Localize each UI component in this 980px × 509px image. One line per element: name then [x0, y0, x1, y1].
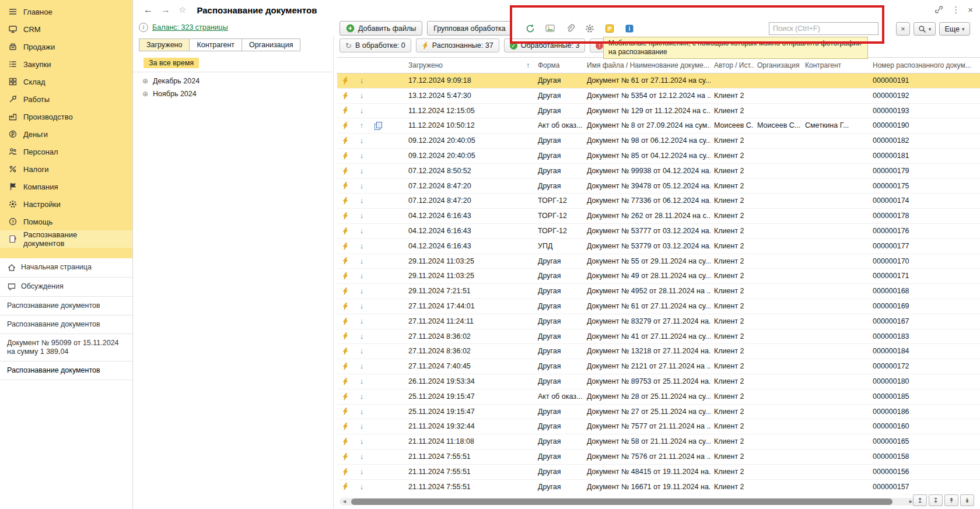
scroll-left-icon[interactable]: ◄: [342, 498, 347, 506]
scrollbar-thumb[interactable]: [351, 499, 892, 505]
go-last-button[interactable]: ↧: [929, 494, 943, 506]
sidebar-item-taxes[interactable]: Налоги: [0, 160, 132, 178]
close-icon[interactable]: ×: [968, 5, 973, 15]
table-row[interactable]: ↓ 04.12.2024 6:16:43 ТОРГ-12 Документ № …: [337, 209, 980, 224]
window-controls: ⋮ ×: [934, 5, 973, 15]
table-row[interactable]: ↓ 27.11.2024 8:36:02 Другая Документ № 1…: [337, 344, 980, 359]
chip-recognized[interactable]: Распознанные: 37: [416, 38, 499, 52]
taskbar-item-recognition-1[interactable]: Распознавание документов: [0, 297, 132, 315]
sidebar-item-help[interactable]: ? Помощь: [0, 213, 132, 230]
header-filename[interactable]: Имя файла / Наименование докуме...: [583, 58, 710, 73]
table-row[interactable]: ↓ 04.12.2024 6:16:43 ТОРГ-12 Документ № …: [337, 224, 980, 239]
table-row[interactable]: ↓ 17.12.2024 9:09:18 Другая Документ № 6…: [337, 73, 980, 89]
table-row[interactable]: ↓ 07.12.2024 8:47:20 ТОРГ-12 Документ № …: [337, 194, 980, 209]
header-number[interactable]: Номер распознанного докум...: [868, 58, 980, 73]
table-row[interactable]: ↓ 21.11.2024 11:18:08 Другая Документ № …: [337, 434, 980, 450]
go-first-button[interactable]: ↥: [913, 494, 927, 506]
table-row[interactable]: ↓ 07.12.2024 8:47:20 Другая Документ № 3…: [337, 179, 980, 194]
table-row[interactable]: ↓ 07.12.2024 8:50:52 Другая Документ № 9…: [337, 164, 980, 179]
link-icon[interactable]: [934, 5, 944, 15]
transfer-arrow-icon: ↓: [354, 344, 370, 359]
header-organization[interactable]: Организация: [754, 58, 802, 73]
taskbar-item-document[interactable]: Документ № 95099 от 15.11.2024 на сумму …: [0, 334, 132, 361]
attachment-button[interactable]: [562, 22, 578, 36]
table-row[interactable]: ↓ 27.11.2024 8:36:02 Другая Документ № 4…: [337, 329, 980, 345]
tree-item-november[interactable]: ⊕ Ноябрь 2024: [133, 85, 333, 98]
search-button[interactable]: ▾: [914, 22, 936, 36]
info-button[interactable]: i: [622, 22, 637, 36]
form-cell: Другая: [534, 299, 583, 314]
clear-search-button[interactable]: ×: [896, 22, 910, 36]
table-row[interactable]: ↓ 27.11.2024 17:44:01 Другая Документ № …: [337, 299, 980, 314]
image-button[interactable]: [542, 22, 558, 36]
table-row[interactable]: ↓ 26.11.2024 19:53:34 Другая Документ № …: [337, 374, 980, 389]
tab-loaded[interactable]: Загружено: [139, 38, 190, 51]
sidebar-item-discussions[interactable]: Обсуждения: [0, 278, 132, 297]
group-processing-button[interactable]: Групповая обработка: [427, 21, 512, 36]
forward-button[interactable]: →: [161, 5, 170, 15]
header-contractor[interactable]: Контрагент: [802, 58, 868, 73]
page-down-button[interactable]: ↡: [960, 494, 974, 506]
back-button[interactable]: ←: [144, 5, 153, 15]
table-row[interactable]: ↓ 29.11.2024 7:21:51 Другая Документ № 4…: [337, 284, 980, 299]
expander-icon[interactable]: ⊕: [142, 90, 148, 98]
sidebar-item-sales[interactable]: Продажи: [0, 38, 132, 55]
table-row[interactable]: ↓ 27.11.2024 7:40:45 Другая Документ № 2…: [337, 359, 980, 374]
sidebar-item-home[interactable]: Начальная страница: [0, 258, 132, 278]
sidebar-item-warehouse[interactable]: Склад: [0, 73, 132, 90]
sidebar-item-purchases[interactable]: Закупки: [0, 55, 132, 73]
table-row[interactable]: ↓ 29.11.2024 11:03:25 Другая Документ № …: [337, 254, 980, 269]
table-row[interactable]: ↓ 09.12.2024 20:40:05 Другая Документ № …: [337, 134, 980, 149]
sidebar-item-works[interactable]: Работы: [0, 90, 132, 108]
sidebar-item-document-recognition[interactable]: Распознавание документов: [0, 230, 132, 248]
loaded-cell: 07.12.2024 8:47:20: [386, 194, 534, 208]
page-up-button[interactable]: ↟: [944, 494, 958, 506]
table-row[interactable]: ↓ 09.12.2024 20:40:05 Другая Документ № …: [337, 149, 980, 164]
balance-link[interactable]: Баланс: 323 страницы: [152, 23, 228, 31]
table-row[interactable]: ↓ 29.11.2024 11:03:25 Другая Документ № …: [337, 269, 980, 284]
table-row[interactable]: ↓ 27.11.2024 11:24:11 Другая Документ № …: [337, 314, 980, 329]
chip-label: Распознанные: 37: [432, 41, 494, 50]
tree-item-all-time[interactable]: За все время: [144, 58, 199, 68]
table-row[interactable]: ↓ 25.11.2024 19:15:47 Другая Документ № …: [337, 405, 980, 420]
header-author[interactable]: Автор / Ист...: [710, 58, 754, 73]
table-row[interactable]: ↓ 21.11.2024 7:55:51 Другая Документ № 1…: [337, 480, 980, 493]
sidebar-item-crm[interactable]: CRM: [0, 20, 132, 38]
refresh-button[interactable]: [523, 22, 538, 36]
favorite-star-icon[interactable]: ☆: [178, 5, 186, 15]
chip-processed[interactable]: ✓ Обработанные: 3: [504, 38, 586, 52]
taskbar-item-recognition-active[interactable]: Распознавание документов: [0, 361, 132, 380]
add-files-button[interactable]: Добавить файлы: [340, 21, 422, 36]
header-form[interactable]: Форма: [534, 58, 583, 73]
tab-contractor[interactable]: Контрагент: [189, 38, 242, 51]
more-menu-icon[interactable]: ⋮: [951, 5, 960, 15]
more-button[interactable]: Еще ▾: [939, 22, 970, 36]
table-row[interactable]: ↓ 25.11.2024 19:15:47 Акт об оказ... Док…: [337, 389, 980, 405]
expander-icon[interactable]: ⊕: [142, 77, 148, 85]
sidebar-item-settings[interactable]: Настройки: [0, 195, 132, 213]
sidebar-item-company[interactable]: Компания: [0, 178, 132, 195]
sidebar-item-staff[interactable]: Персонал: [0, 143, 132, 160]
table-row[interactable]: ↓ 13.12.2024 5:47:30 Другая Документ № 5…: [337, 89, 980, 104]
header-loaded[interactable]: Загружено↑: [386, 58, 534, 73]
filename-cell: Документ № 41 от 27.11.2024 на су...: [583, 329, 710, 344]
table-row[interactable]: ↓ 04.12.2024 6:16:43 УПД Документ № 5377…: [337, 239, 980, 254]
table-row[interactable]: ↓ 21.11.2024 7:55:51 Другая Документ № 7…: [337, 450, 980, 465]
table-row[interactable]: ↓ 11.12.2024 12:15:05 Другая Документ № …: [337, 104, 980, 119]
table-row[interactable]: ↓ 21.11.2024 7:55:51 Другая Документ № 4…: [337, 465, 980, 480]
settings-button[interactable]: [582, 22, 597, 36]
sidebar-item-money[interactable]: Деньги: [0, 125, 132, 143]
taskbar-item-recognition-2[interactable]: Распознавание документов: [0, 315, 132, 334]
organization-cell: [754, 134, 802, 148]
mobile-apps-button[interactable]: [602, 22, 617, 36]
sidebar-item-main[interactable]: Главное: [0, 3, 132, 20]
search-input[interactable]: [769, 22, 878, 35]
horizontal-scrollbar[interactable]: ◄ ►: [340, 498, 916, 506]
chip-in-processing[interactable]: ↻ В обработке: 0: [340, 38, 411, 52]
tab-organization[interactable]: Организация: [242, 38, 300, 51]
recognized-lightning-icon: [337, 118, 354, 133]
table-row[interactable]: ↓ 21.11.2024 19:32:44 Другая Документ № …: [337, 419, 980, 434]
sidebar-item-production[interactable]: Производство: [0, 108, 132, 125]
tree-item-december[interactable]: ⊕ Декабрь 2024: [133, 72, 333, 85]
table-row[interactable]: ↑ 11.12.2024 10:50:12 Акт об оказ... Док…: [337, 118, 980, 134]
